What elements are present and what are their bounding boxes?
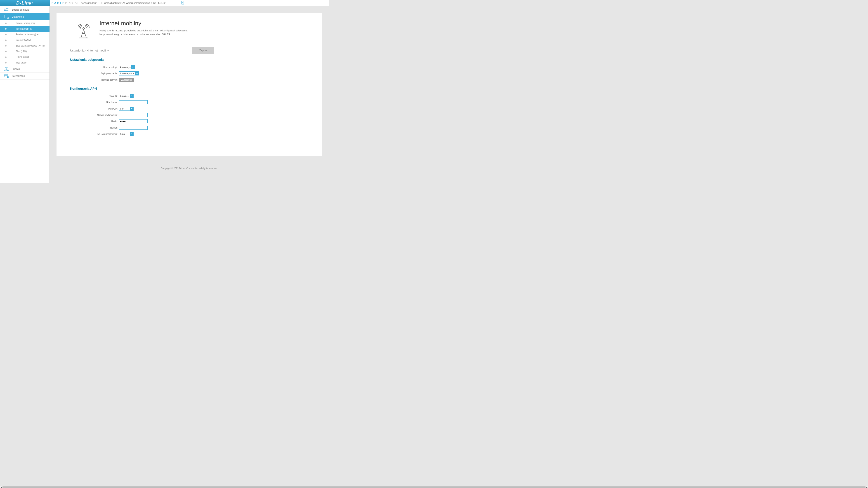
section-apn-title: Konfiguracja APN [70, 87, 309, 90]
chevron-up-icon [130, 107, 133, 111]
sim-card-icon[interactable] [181, 1, 184, 5]
svg-rect-1 [182, 2, 183, 2]
chevron-up-icon [130, 132, 133, 136]
sidebar-item-functions-label: Funkcje [12, 68, 21, 70]
password-input[interactable] [119, 119, 148, 123]
logo-text: D-Link [16, 0, 32, 6]
number-label: Numer: [70, 127, 119, 129]
footer-copyright: Copyright © 2022 D-Link Corporation. All… [57, 167, 322, 170]
sub-label: Kreator konfiguracji [16, 22, 35, 24]
antenna-icon [72, 20, 95, 42]
sidebar-sub-wizard[interactable]: Kreator konfiguracji [0, 20, 50, 26]
page-title: Internet mobilny [99, 20, 194, 27]
sub-label: Sieć (LAN) [16, 50, 27, 53]
conn-mode-value: Automatyczne p… [119, 71, 135, 75]
sidebar-item-management[interactable]: Zarządzanie [0, 72, 50, 79]
service-type-label: Rodzaj usługi: [70, 66, 119, 68]
username-label: Nazwa użytkownika: [70, 114, 119, 116]
chevron-up-icon [131, 65, 135, 69]
sub-label: D-Link Cloud [16, 56, 29, 58]
auth-type-value: Auto [119, 132, 130, 136]
page-title-block: Internet mobilny Na tej stronie możesz p… [99, 20, 194, 42]
pdp-type-dropdown[interactable]: IPv4 [119, 107, 133, 111]
pdp-type-value: IPv4 [119, 107, 130, 111]
conn-mode-label: Tryb połączenia: [70, 72, 119, 75]
auth-type-dropdown[interactable]: Auto [119, 132, 133, 136]
content-area: Internet mobilny Na tej stronie możesz p… [50, 6, 329, 183]
apn-mode-label: Tryb APN: [70, 95, 119, 97]
home-icon [3, 7, 9, 12]
top-header: D-Link® EAGLEPRO AI Nazwa modelu : G416 … [0, 0, 329, 6]
action-row: Ustawienia>>Internet mobilny Zapisz [70, 47, 309, 54]
svg-rect-2 [182, 2, 183, 3]
sidebar-sub-cloud[interactable]: D-Link Cloud [0, 54, 50, 60]
number-input[interactable] [119, 126, 148, 130]
page-description: Na tej stronie możesz przeglądać oraz do… [99, 29, 194, 36]
password-label: Hasło: [70, 120, 119, 123]
eagle-pro-brand: EAGLEPRO AI [52, 1, 79, 5]
management-icon [3, 73, 9, 78]
sub-label: Sieć bezprzewodowa (Wi-Fi) [16, 44, 44, 47]
sidebar-item-settings-label: Ustawienia [12, 15, 24, 18]
sidebar-item-management-label: Zarządzanie [12, 74, 26, 77]
auth-type-label: Typ uwierzytelnienia: [70, 133, 119, 135]
sub-label: Tryb pracy [16, 61, 26, 64]
sidebar-sub-wan[interactable]: Internet (WAN) [0, 37, 50, 43]
sidebar-item-home-label: Strona domowa [12, 8, 29, 11]
roaming-toggle-button[interactable]: Wyłączono [119, 78, 134, 82]
page-header: Internet mobilny Na tej stronie możesz p… [70, 20, 309, 42]
functions-icon [3, 66, 9, 71]
conn-mode-dropdown[interactable]: Automatyczne p… [119, 71, 139, 75]
sidebar-sub-mode[interactable]: Tryb pracy [0, 60, 50, 66]
svg-rect-12 [5, 16, 6, 16]
sidebar-sub-failover[interactable]: Przełączanie awaryjne [0, 32, 50, 37]
svg-rect-8 [8, 10, 9, 11]
svg-point-15 [8, 18, 8, 18]
sidebar-item-functions[interactable]: Funkcje [0, 66, 50, 72]
service-type-dropdown[interactable]: Automatyczny [119, 65, 135, 69]
apn-mode-value: Autom… [119, 94, 130, 98]
svg-rect-3 [182, 3, 183, 3]
pdp-type-label: Typ PDP: [70, 107, 119, 110]
svg-rect-6 [8, 8, 9, 9]
sidebar: Strona domowa Ustawienia Kreator konfigu… [0, 6, 50, 183]
sub-label: Internet mobilny [16, 28, 32, 30]
username-input[interactable] [119, 113, 148, 117]
model-info: Nazwa modelu : G416 Wersja hardware : A1… [81, 2, 165, 4]
pro-text: PRO AI [65, 1, 79, 5]
svg-rect-7 [6, 10, 7, 11]
sub-label: Internet (WAN) [16, 39, 31, 41]
breadcrumb: Ustawienia>>Internet mobilny [70, 49, 109, 52]
sidebar-item-settings[interactable]: Ustawienia [0, 13, 50, 20]
content-card: Internet mobilny Na tej stronie możesz p… [57, 13, 322, 156]
service-type-value: Automatyczny [119, 65, 131, 69]
apn-name-label: APN Name: [70, 101, 119, 104]
settings-icon [3, 14, 9, 19]
eagle-text: EAGLE [52, 1, 65, 5]
sidebar-sub-lan[interactable]: Sieć (LAN) [0, 48, 50, 54]
apn-name-input[interactable] [119, 100, 148, 104]
apn-mode-dropdown[interactable]: Autom… [119, 94, 133, 98]
sidebar-item-home[interactable]: Strona domowa [0, 6, 50, 13]
save-button[interactable]: Zapisz [192, 47, 214, 54]
svg-rect-5 [6, 8, 7, 9]
roaming-label: Roaming danych: [70, 78, 119, 81]
sub-label: Przełączanie awaryjne [16, 33, 38, 36]
sidebar-sub-wifi[interactable]: Sieć bezprzewodowa (Wi-Fi) [0, 43, 50, 48]
svg-rect-13 [5, 17, 6, 17]
dlink-logo: D-Link® [0, 0, 50, 6]
section-connection-settings-title: Ustawienia połączenia [70, 58, 309, 61]
chevron-up-icon [135, 71, 139, 75]
sidebar-sub-mobile-internet[interactable]: Internet mobilny [0, 26, 50, 32]
chevron-up-icon [130, 94, 133, 98]
